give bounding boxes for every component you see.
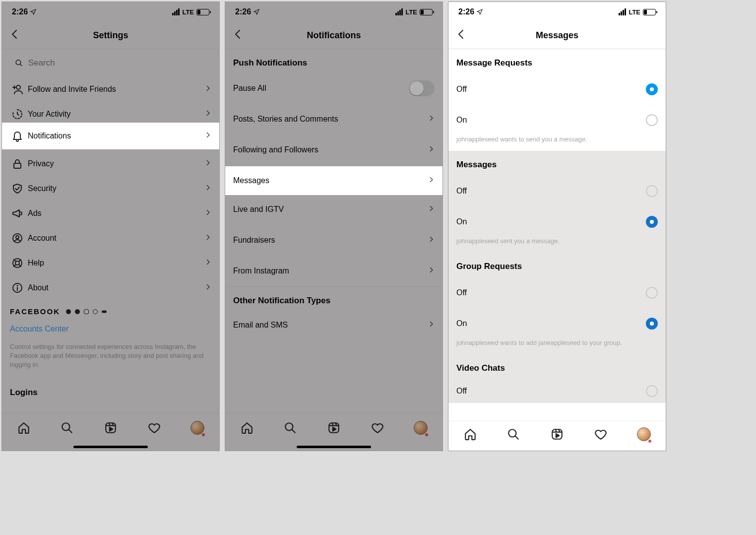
search-icon	[507, 428, 520, 441]
section-message-requests: Message Requests Off On johnappleseed wa…	[448, 49, 666, 151]
svg-line-13	[19, 265, 21, 267]
row-following[interactable]: Following and Followers	[225, 134, 442, 165]
radio-row-on[interactable]: On	[448, 308, 666, 339]
fb-description: Control settings for connected experienc…	[10, 342, 211, 370]
settings-row-about[interactable]: About	[2, 275, 219, 300]
tab-search[interactable]	[506, 427, 521, 442]
svg-point-16	[17, 285, 18, 286]
row-email-sms[interactable]: Email and SMS	[225, 311, 442, 339]
tab-search[interactable]	[60, 420, 74, 435]
radio-row-on[interactable]: On	[448, 105, 666, 135]
chevron-right-icon	[428, 115, 435, 124]
push-header: Push Notifications	[225, 49, 442, 73]
tab-activity[interactable]	[370, 420, 385, 435]
chevron-right-icon	[204, 283, 211, 292]
heart-icon	[594, 428, 607, 441]
row-messages[interactable]: Messages	[225, 166, 442, 195]
radio-label: On	[456, 319, 467, 328]
tab-profile[interactable]	[636, 427, 651, 442]
status-time: 2:26	[458, 7, 474, 16]
row-label: From Instagram	[233, 267, 289, 275]
chevron-right-icon	[428, 267, 435, 275]
section-header: Message Requests	[448, 49, 666, 74]
user-circle-icon	[11, 232, 23, 244]
row-label: Follow and Invite Friends	[28, 85, 204, 94]
search-icon	[15, 59, 23, 67]
tab-profile[interactable]	[413, 420, 428, 435]
radio-button[interactable]	[646, 318, 658, 330]
back-button[interactable]	[455, 28, 467, 42]
home-icon	[241, 421, 253, 434]
row-label: Help	[28, 259, 204, 268]
radio-button[interactable]	[646, 114, 658, 126]
home-icon	[17, 421, 30, 434]
network-label: LTE	[182, 8, 194, 16]
tab-home[interactable]	[463, 427, 478, 442]
tab-profile[interactable]	[190, 420, 205, 435]
settings-row-security[interactable]: Security	[2, 176, 219, 201]
settings-row-help[interactable]: Help	[2, 251, 219, 275]
radio-row-off[interactable]: Off	[448, 277, 666, 308]
radio-row-on[interactable]: On	[448, 206, 666, 237]
settings-row-follow[interactable]: Follow and Invite Friends	[2, 77, 219, 102]
radio-row-off[interactable]: Off	[448, 176, 666, 206]
avatar-icon	[190, 421, 204, 435]
back-button[interactable]	[232, 28, 244, 42]
chevron-left-icon	[455, 28, 467, 40]
section-hint: johnappleseed wants to send you a messag…	[448, 135, 666, 151]
row-live-igtv[interactable]: Live and IGTV	[225, 194, 442, 225]
settings-row-notifications[interactable]: Notifications	[2, 123, 219, 149]
tab-reels[interactable]	[103, 420, 118, 435]
reels-icon	[327, 421, 340, 434]
tab-home[interactable]	[240, 420, 254, 435]
tab-reels[interactable]	[326, 420, 341, 435]
row-label: Pause All	[233, 84, 266, 93]
signal-icon	[395, 8, 403, 15]
tab-home[interactable]	[16, 420, 31, 435]
tab-reels[interactable]	[550, 427, 565, 442]
row-fundraisers[interactable]: Fundraisers	[225, 225, 442, 256]
row-label: Live and IGTV	[233, 205, 284, 214]
chevron-right-icon	[204, 85, 211, 94]
svg-rect-19	[84, 309, 89, 314]
row-from-instagram[interactable]: From Instagram	[225, 256, 442, 286]
row-label: Privacy	[28, 159, 204, 168]
pause-all-toggle[interactable]	[409, 80, 435, 96]
settings-row-privacy[interactable]: Privacy	[2, 151, 219, 176]
row-label: Security	[28, 184, 204, 193]
search-icon	[61, 421, 73, 434]
row-label: Following and Followers	[233, 145, 318, 154]
phone-settings: 2:26 LTE Settings Follow and Invite Frie…	[1, 1, 220, 451]
search-input[interactable]	[28, 58, 206, 68]
other-header: Other Notification Types	[225, 287, 442, 311]
settings-row-account[interactable]: Account	[2, 226, 219, 251]
section-header: Group Requests	[448, 253, 666, 277]
settings-row-login-info[interactable]: Login Info	[2, 404, 219, 413]
battery-icon	[420, 9, 433, 15]
radio-button[interactable]	[646, 385, 658, 397]
megaphone-icon	[11, 207, 23, 219]
back-button[interactable]	[9, 28, 21, 42]
section-header: Video Chats	[448, 354, 666, 379]
settings-row-ads[interactable]: Ads	[2, 201, 219, 226]
chevron-right-icon	[204, 132, 211, 140]
radio-button[interactable]	[646, 185, 658, 197]
section-header: Messages	[448, 151, 666, 176]
home-indicator	[73, 446, 148, 448]
tab-activity[interactable]	[147, 420, 162, 435]
radio-button[interactable]	[646, 287, 658, 299]
search-field[interactable]	[9, 53, 212, 73]
search-icon	[284, 421, 297, 434]
tab-search[interactable]	[283, 420, 298, 435]
tab-activity[interactable]	[593, 427, 608, 442]
facebook-block: FACEBOOK Accounts Center Control setting…	[2, 300, 219, 375]
row-posts-stories[interactable]: Posts, Stories and Comments	[225, 104, 442, 134]
radio-button[interactable]	[646, 83, 658, 95]
radio-row-off[interactable]: Off	[448, 379, 666, 403]
accounts-center-link[interactable]: Accounts Center	[10, 325, 211, 334]
svg-rect-5	[14, 163, 21, 168]
radio-row-off[interactable]: Off	[448, 74, 666, 105]
radio-button[interactable]	[646, 216, 658, 228]
row-pause-all[interactable]: Pause All	[225, 73, 442, 104]
nav-header: Notifications	[225, 22, 442, 49]
